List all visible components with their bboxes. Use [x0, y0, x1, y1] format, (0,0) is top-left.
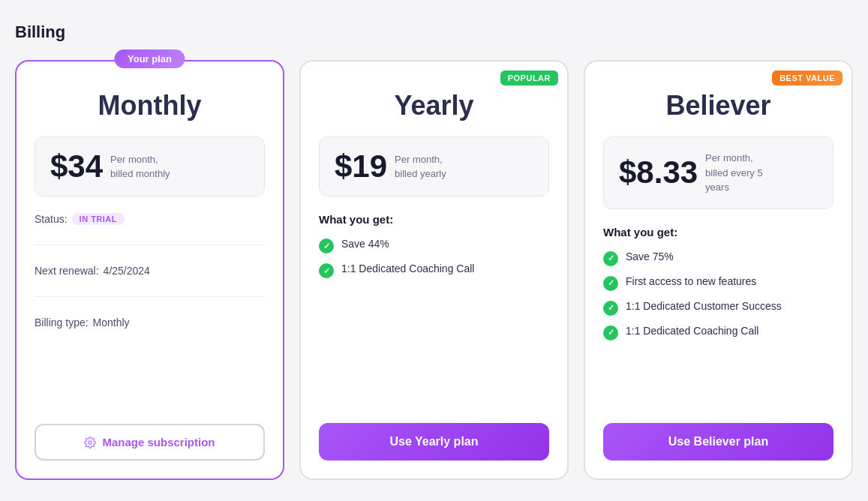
list-item: 1:1 Dedicated Customer Success: [603, 300, 833, 316]
billing-type-value: Monthly: [93, 316, 130, 328]
check-icon: [319, 263, 334, 278]
use-believer-plan-button[interactable]: Use Believer plan: [603, 423, 833, 460]
renewal-line: Next renewal: 4/25/2024: [35, 265, 265, 277]
status-label: Status:: [35, 213, 68, 225]
what-you-get-yearly: What you get:: [319, 213, 549, 226]
list-item: 1:1 Dedicated Coaching Call: [319, 262, 549, 278]
list-item: Save 75%: [603, 250, 833, 266]
check-icon: [603, 326, 618, 340]
card-footer-believer: Use Believer plan: [603, 408, 833, 460]
price-desc-believer: Per month,billed every 5years: [705, 151, 763, 195]
plans-grid: Your plan Monthly $34 Per month,billed m…: [15, 60, 853, 480]
feature-text: 1:1 Dedicated Customer Success: [626, 300, 782, 312]
billing-type-line: Billing type: Monthly: [35, 316, 265, 328]
status-line: Status: IN TRIAL: [35, 213, 265, 225]
billing-type-label: Billing type:: [35, 316, 89, 328]
price-box-believer: $8.33 Per month,billed every 5years: [603, 136, 833, 209]
divider-1: [35, 244, 265, 245]
price-amount-believer: $8.33: [619, 157, 698, 188]
feature-text: Save 75%: [626, 250, 674, 262]
check-icon: [603, 276, 618, 291]
divider-2: [35, 296, 265, 297]
price-box-monthly: $34 Per month,billed monthly: [35, 136, 265, 196]
list-item: Save 44%: [319, 238, 549, 254]
best-value-badge: BEST VALUE: [772, 70, 842, 86]
check-icon: [603, 251, 618, 266]
believer-btn-label: Use Believer plan: [668, 435, 768, 448]
price-desc-yearly: Per month,billed yearly: [395, 152, 446, 182]
list-item: 1:1 Dedicated Coaching Call: [603, 325, 833, 340]
list-item: First access to new features: [603, 275, 833, 291]
plan-card-yearly: POPULAR Yearly $19 Per month,billed year…: [299, 60, 569, 480]
yearly-btn-label: Use Yearly plan: [390, 435, 479, 448]
manage-btn-label: Manage subscription: [102, 436, 215, 448]
your-plan-badge: Your plan: [114, 50, 185, 68]
price-desc-monthly: Per month,billed monthly: [110, 152, 170, 182]
plan-name-yearly: Yearly: [319, 90, 549, 122]
manage-subscription-button[interactable]: Manage subscription: [35, 424, 265, 460]
svg-point-0: [89, 441, 92, 444]
renewal-date: 4/25/2024: [104, 265, 150, 277]
feature-text: 1:1 Dedicated Coaching Call: [626, 325, 758, 337]
page-title: Billing: [15, 22, 853, 42]
card-footer-monthly: Manage subscription: [35, 409, 265, 460]
features-list-believer: Save 75% First access to new features 1:…: [603, 250, 833, 409]
price-amount-monthly: $34: [50, 151, 103, 182]
status-section: Status: IN TRIAL Next renewal: 4/25/2024…: [35, 213, 265, 409]
card-footer-yearly: Use Yearly plan: [319, 408, 549, 460]
status-badge: IN TRIAL: [72, 213, 125, 225]
gear-icon: [84, 436, 96, 448]
plan-card-believer: BEST VALUE Believer $8.33 Per month,bill…: [584, 60, 853, 480]
feature-text: First access to new features: [626, 275, 756, 287]
price-amount-yearly: $19: [335, 151, 387, 182]
plan-name-monthly: Monthly: [35, 90, 265, 122]
use-yearly-plan-button[interactable]: Use Yearly plan: [319, 423, 549, 460]
features-list-yearly: Save 44% 1:1 Dedicated Coaching Call: [319, 238, 549, 408]
popular-badge: POPULAR: [500, 70, 558, 86]
check-icon: [603, 301, 618, 316]
feature-text: Save 44%: [341, 238, 389, 250]
feature-text: 1:1 Dedicated Coaching Call: [341, 262, 474, 274]
price-box-yearly: $19 Per month,billed yearly: [319, 136, 549, 196]
plan-card-monthly: Your plan Monthly $34 Per month,billed m…: [15, 60, 284, 480]
what-you-get-believer: What you get:: [603, 226, 833, 238]
page-container: Billing Your plan Monthly $34 Per month,…: [15, 22, 853, 480]
plan-name-believer: Believer: [603, 90, 833, 122]
check-icon: [319, 238, 334, 254]
renewal-label: Next renewal:: [35, 265, 99, 277]
